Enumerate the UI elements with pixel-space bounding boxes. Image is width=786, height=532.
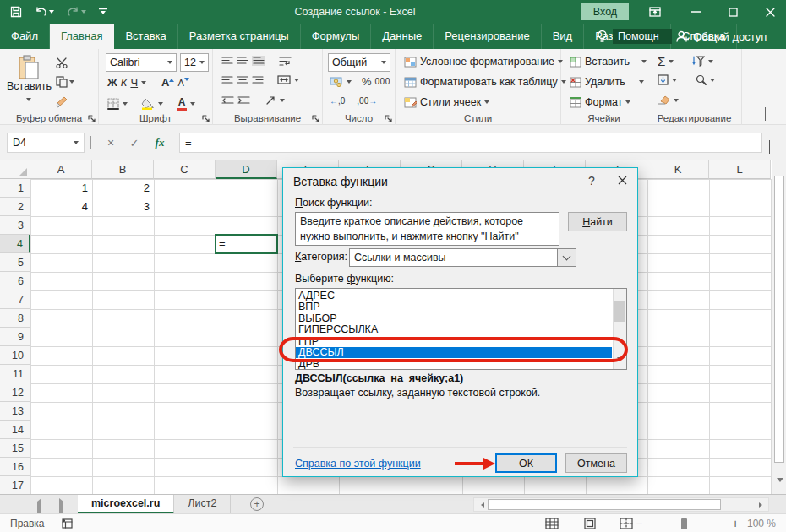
ribbon-tab-1[interactable]: Файл — [0, 24, 50, 49]
column-header-L[interactable]: L — [709, 160, 771, 179]
fill-down-icon[interactable] — [658, 74, 669, 85]
column-header-D[interactable]: D — [216, 160, 277, 179]
function-help-link[interactable]: Справка по этой функции — [295, 458, 421, 470]
save-icon[interactable] — [10, 6, 22, 18]
sheet-prev-icon[interactable] — [34, 502, 41, 513]
ribbon-tab-7[interactable]: Рецензирование — [434, 24, 541, 49]
expand-formula-bar-icon[interactable] — [769, 140, 770, 153]
row-header-3[interactable]: 3 — [0, 216, 30, 235]
column-header-K[interactable]: K — [647, 160, 709, 179]
ribbon-tab-3[interactable]: Вставка — [114, 24, 177, 49]
customize-qat-icon[interactable] — [99, 8, 107, 17]
paste-button[interactable]: Вставить — [7, 53, 51, 114]
function-item-4[interactable]: ГИПЕРССЫЛКА — [296, 324, 612, 335]
font-color-button[interactable]: А — [177, 96, 187, 111]
zoom-slider-thumb[interactable] — [681, 518, 687, 529]
ribbon-tab-2[interactable]: Главная — [50, 24, 114, 49]
clipboard-dialog-launcher-icon[interactable] — [88, 115, 96, 122]
cell-B2[interactable]: 3 — [92, 198, 154, 216]
font-dialog-launcher-icon[interactable] — [202, 115, 210, 122]
zoom-level[interactable]: 100 % — [747, 518, 776, 529]
orientation-icon[interactable] — [265, 95, 276, 106]
format-cells-button[interactable]: Формат — [570, 96, 630, 108]
fill-color-button[interactable] — [141, 98, 155, 110]
vertical-scroll-thumb[interactable] — [774, 176, 784, 463]
sheet-next-icon[interactable] — [59, 502, 67, 513]
row-header-8[interactable]: 8 — [0, 309, 30, 328]
sign-in-button[interactable]: Вход — [581, 3, 629, 20]
cell-B1[interactable]: 2 — [92, 179, 154, 198]
formula-input[interactable]: = — [179, 133, 762, 153]
row-header-2[interactable]: 2 — [0, 198, 30, 216]
format-painter-button[interactable] — [56, 96, 68, 108]
align-center-icon[interactable] — [237, 76, 248, 84]
zoom-in-button[interactable]: + — [732, 517, 739, 530]
decrease-decimal-button[interactable]: ,00→ — [357, 96, 377, 106]
ok-button[interactable]: ОК — [495, 453, 557, 473]
function-item-2[interactable]: ВПР — [296, 301, 612, 312]
copy-button[interactable] — [56, 76, 74, 88]
borders-button[interactable] — [107, 98, 119, 110]
shrink-font-button[interactable]: А — [177, 78, 188, 88]
tell-me-box[interactable]: Помощн — [613, 29, 672, 44]
function-item-5[interactable]: ГПР — [296, 336, 612, 347]
align-right-icon[interactable] — [252, 76, 264, 84]
function-list-scrollbar[interactable] — [613, 289, 626, 369]
ribbon-tab-8[interactable]: Вид — [542, 24, 585, 49]
maximize-icon[interactable] — [718, 0, 747, 24]
vertical-scrollbar[interactable] — [772, 160, 786, 494]
row-header-17[interactable]: 17 — [0, 476, 30, 494]
autosum-button[interactable]: Σ — [658, 54, 665, 68]
row-header-4[interactable]: 4 — [0, 235, 30, 253]
sort-filter-icon[interactable] — [692, 56, 705, 67]
function-list[interactable]: АДРЕСВПРВЫБОРГИПЕРССЫЛКАГПРДВССЫЛДРВ — [295, 288, 627, 370]
align-middle-icon[interactable] — [237, 57, 248, 65]
align-top-icon[interactable] — [221, 57, 233, 65]
horizontal-scroll-thumb[interactable] — [488, 499, 721, 510]
normal-view-icon[interactable] — [545, 518, 559, 529]
share-button[interactable]: Общий доступ — [676, 24, 767, 49]
row-header-15[interactable]: 15 — [0, 439, 30, 458]
bold-button[interactable]: Ж — [107, 76, 117, 89]
clear-icon[interactable] — [658, 95, 670, 105]
new-sheet-button[interactable]: + — [250, 497, 264, 511]
category-select[interactable]: Ссылки и массивы — [349, 248, 558, 267]
ribbon-tab-6[interactable]: Данные — [371, 24, 434, 49]
close-icon[interactable] — [756, 0, 784, 24]
cell-styles-button[interactable]: Стили ячеек — [404, 96, 489, 108]
insert-function-icon[interactable]: fx — [149, 133, 171, 153]
ribbon-display-options-icon[interactable] — [641, 0, 669, 24]
number-dialog-launcher-icon[interactable] — [385, 115, 392, 122]
font-name-select[interactable]: Calibri — [106, 53, 177, 72]
format-as-table-button[interactable]: Форматировать как таблицу — [404, 76, 566, 88]
tell-me[interactable]: Помощн — [597, 24, 672, 49]
list-scroll-down-icon[interactable] — [617, 361, 622, 370]
row-header-1[interactable]: 1 — [0, 179, 30, 198]
redo-icon[interactable] — [67, 7, 86, 17]
ribbon-tab-4[interactable]: Разметка страницы — [178, 24, 301, 49]
row-header-11[interactable]: 11 — [0, 365, 30, 383]
percent-style-button[interactable]: % — [362, 75, 372, 88]
hscroll-right-icon[interactable] — [755, 502, 768, 508]
merge-center-icon[interactable] — [277, 75, 291, 84]
row-header-7[interactable]: 7 — [0, 290, 30, 309]
dialog-help-icon[interactable]: ? — [576, 168, 607, 193]
row-header-14[interactable]: 14 — [0, 421, 30, 439]
search-function-input[interactable]: Введите краткое описание действия, котор… — [295, 212, 559, 246]
collapse-ribbon-icon[interactable] — [765, 108, 766, 121]
alignment-dialog-launcher-icon[interactable] — [312, 115, 319, 122]
italic-button[interactable]: К — [121, 76, 128, 89]
page-break-view-icon[interactable] — [620, 518, 633, 529]
grow-font-button[interactable]: А — [161, 76, 174, 89]
number-format-select[interactable]: Общий — [328, 53, 390, 72]
conditional-formatting-button[interactable]: Условное форматирование — [404, 56, 563, 68]
row-header-6[interactable]: 6 — [0, 272, 30, 290]
align-left-icon[interactable] — [221, 76, 233, 84]
column-header-A[interactable]: A — [30, 160, 92, 179]
cut-button[interactable] — [56, 57, 68, 68]
minimize-icon[interactable] — [681, 0, 710, 24]
function-item-1[interactable]: АДРЕС — [296, 290, 612, 301]
select-all-corner[interactable] — [0, 160, 30, 179]
decrease-indent-icon[interactable] — [221, 96, 234, 105]
function-item-3[interactable]: ВЫБОР — [296, 313, 612, 324]
